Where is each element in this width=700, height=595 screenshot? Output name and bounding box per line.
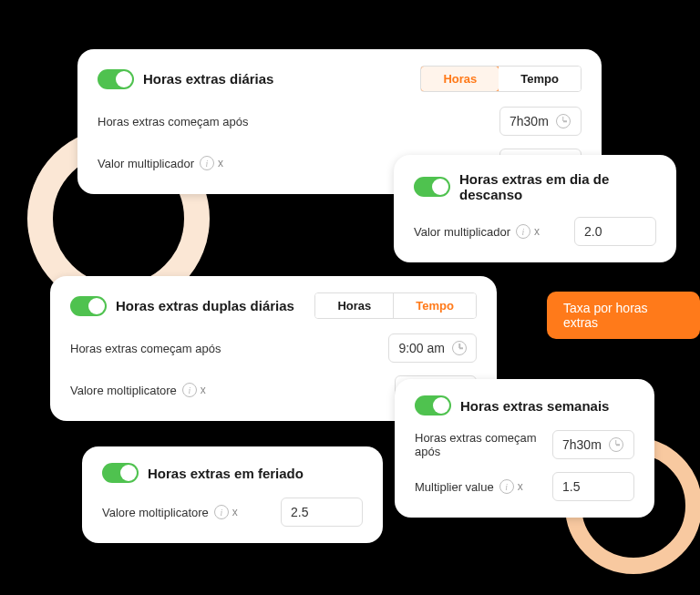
- field-multiplier[interactable]: 2.0: [574, 217, 656, 246]
- segment-hours[interactable]: Horas: [315, 293, 393, 318]
- segment-time[interactable]: Tempo: [499, 67, 581, 91]
- toggle-holiday[interactable]: [102, 463, 139, 483]
- info-icon[interactable]: i: [214, 505, 229, 519]
- clock-icon: [609, 437, 623, 452]
- info-icon[interactable]: i: [182, 383, 197, 397]
- label-start-after: Horas extras começam após: [70, 342, 221, 355]
- clock-icon: [452, 341, 467, 355]
- field-start-after[interactable]: 9:00 am: [388, 333, 477, 363]
- label-multiplier: Valore moltiplicatore i x: [102, 505, 238, 519]
- card-title: Horas extras duplas diárias: [116, 298, 294, 313]
- segmented-control: Horas Tempo: [314, 292, 477, 319]
- label-start-after: Horas extras começam após: [98, 115, 248, 128]
- field-value: 9:00 am: [398, 341, 445, 355]
- label-multiplier: Valore moltiplicatore i x: [70, 383, 206, 397]
- card-title: Horas extras semanais: [460, 398, 609, 414]
- badge-overtime-rate: Taxa por horas extras: [547, 292, 700, 339]
- toggle-rest-day[interactable]: [414, 177, 450, 197]
- multiply-symbol: x: [534, 225, 540, 238]
- field-value: 7h30m: [562, 437, 602, 452]
- field-start-after[interactable]: 7h30m: [552, 430, 634, 459]
- info-icon[interactable]: i: [499, 479, 514, 494]
- segment-time[interactable]: Tempo: [393, 293, 476, 318]
- segmented-control: Horas Tempo: [420, 66, 582, 92]
- card-holiday-overtime: Horas extras em feriado Valore moltiplic…: [82, 446, 383, 543]
- multiply-symbol: x: [201, 384, 206, 396]
- info-icon[interactable]: i: [516, 224, 530, 239]
- field-multiplier[interactable]: 1.5: [552, 472, 634, 501]
- card-title: Horas extras diárias: [143, 71, 273, 87]
- field-value: 7h30m: [510, 114, 549, 128]
- toggle-double-daily[interactable]: [70, 296, 107, 316]
- field-start-after[interactable]: 7h30m: [499, 107, 582, 136]
- toggle-daily-overtime[interactable]: [98, 69, 134, 89]
- field-value: 1.5: [562, 479, 580, 494]
- card-title: Horas extras em dia de descanso: [459, 171, 656, 202]
- multiply-symbol: x: [518, 480, 523, 493]
- label-multiplier: Multiplier value i x: [415, 479, 523, 494]
- info-icon[interactable]: i: [200, 156, 214, 170]
- clock-icon: [556, 114, 571, 128]
- toggle-weekly[interactable]: [415, 395, 451, 415]
- segment-hours[interactable]: Horas: [420, 66, 499, 92]
- card-title: Horas extras em feriado: [148, 466, 304, 481]
- label-multiplier: Valor multiplicador i x: [414, 224, 540, 239]
- field-value: 2.5: [291, 505, 308, 519]
- card-rest-day-overtime: Horas extras em dia de descanso Valor mu…: [394, 155, 676, 262]
- card-weekly-overtime: Horas extras semanais Horas extras começ…: [395, 379, 654, 518]
- multiply-symbol: x: [232, 506, 238, 518]
- field-value: 2.0: [584, 224, 602, 239]
- label-start-after: Horas extras começam após: [415, 431, 543, 458]
- multiply-symbol: x: [218, 157, 223, 169]
- label-multiplier: Valor multiplicador i x: [98, 156, 223, 170]
- field-multiplier[interactable]: 2.5: [281, 498, 363, 527]
